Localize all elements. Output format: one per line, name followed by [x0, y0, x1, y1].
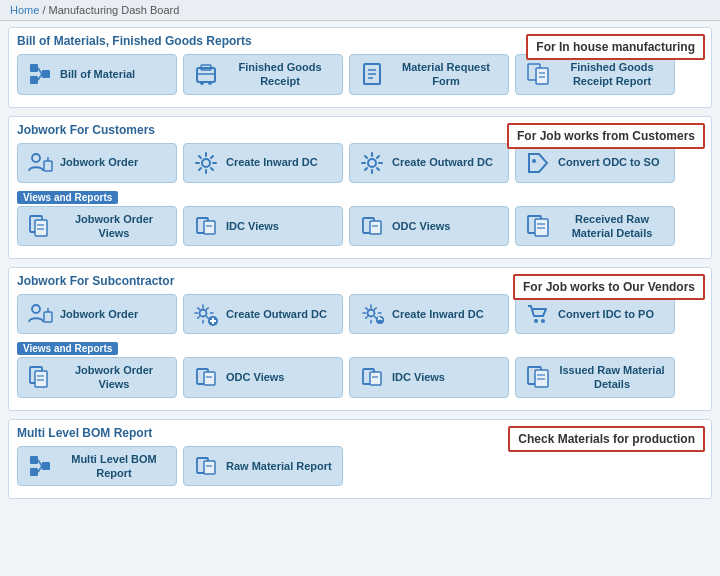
sub-label-jobwork-customer: Views and Reports — [17, 191, 118, 204]
svg-rect-65 — [30, 468, 38, 476]
bom-icon — [26, 60, 54, 88]
sub-btn-jobwork-subcontractor-0[interactable]: Jobwork Order Views — [17, 357, 177, 398]
svg-point-18 — [32, 154, 40, 162]
svg-line-4 — [38, 74, 42, 80]
callout-jobwork-subcontractor: For Job works to Our Vendors — [513, 274, 705, 300]
people-icon — [26, 300, 54, 328]
svg-line-68 — [38, 466, 42, 472]
btn-label-bom-0: Bill of Material — [60, 67, 135, 81]
gear-plus2-icon — [358, 300, 386, 328]
button-row-jobwork-customer: Jobwork OrderCreate Inward DCCreate Outw… — [17, 143, 703, 183]
btn-label-jobwork-subcontractor-3: Convert IDC to PO — [558, 307, 654, 321]
sub-btn-jobwork-subcontractor-2[interactable]: IDC Views — [349, 357, 509, 398]
svg-rect-58 — [370, 372, 381, 385]
button-row-multilevel: Multi Level BOM ReportRaw Material Repor… — [17, 446, 703, 487]
section-jobwork-customer: Jobwork For CustomersFor Job works from … — [8, 116, 712, 260]
btn-label-jobwork-subcontractor-0: Jobwork Order — [60, 307, 138, 321]
sub-btn-label-jobwork-customer-0: Jobwork Order Views — [60, 212, 168, 241]
btn-multilevel-1[interactable]: Raw Material Report — [183, 446, 343, 487]
svg-point-47 — [378, 317, 380, 319]
btn-label-jobwork-customer-3: Convert ODC to SO — [558, 155, 659, 169]
btn-jobwork-subcontractor-2[interactable]: Create Inward DC — [349, 294, 509, 334]
svg-rect-25 — [35, 220, 47, 236]
svg-rect-66 — [42, 462, 50, 470]
bom-icon — [26, 452, 54, 480]
svg-rect-64 — [30, 456, 38, 464]
docs2-icon-sub — [358, 212, 386, 240]
svg-point-9 — [208, 81, 212, 85]
btn-jobwork-subcontractor-0[interactable]: Jobwork Order — [17, 294, 177, 334]
svg-rect-2 — [42, 70, 50, 78]
svg-line-67 — [38, 460, 42, 466]
sub-btn-label-jobwork-customer-3: Received Raw Material Details — [558, 212, 666, 241]
btn-jobwork-customer-3[interactable]: Convert ODC to SO — [515, 143, 675, 183]
svg-point-8 — [200, 81, 204, 85]
goods-icon — [192, 60, 220, 88]
button-row-jobwork-subcontractor: Jobwork OrderCreate Outward DCCreate Inw… — [17, 294, 703, 334]
btn-label-jobwork-subcontractor-1: Create Outward DC — [226, 307, 327, 321]
svg-point-45 — [368, 310, 375, 317]
svg-point-49 — [541, 319, 545, 323]
btn-label-jobwork-subcontractor-2: Create Inward DC — [392, 307, 484, 321]
btn-label-multilevel-1: Raw Material Report — [226, 459, 332, 473]
btn-bom-3[interactable]: Finished Goods Receipt Report — [515, 54, 675, 95]
btn-bom-0[interactable]: Bill of Material — [17, 54, 177, 95]
sub-btn-label-jobwork-subcontractor-3: Issued Raw Material Details — [558, 363, 666, 392]
btn-multilevel-0[interactable]: Multi Level BOM Report — [17, 446, 177, 487]
btn-jobwork-subcontractor-1[interactable]: Create Outward DC — [183, 294, 343, 334]
svg-point-38 — [32, 305, 40, 313]
section-jobwork-subcontractor: Jobwork For SubcontractorFor Job works t… — [8, 267, 712, 411]
form-icon — [358, 60, 386, 88]
report-icon — [524, 60, 552, 88]
docs3-icon-sub — [524, 363, 552, 391]
svg-point-23 — [532, 159, 536, 163]
btn-bom-2[interactable]: Material Request Form — [349, 54, 509, 95]
svg-point-21 — [202, 159, 210, 167]
tag-icon — [524, 149, 552, 177]
svg-rect-1 — [30, 76, 38, 84]
btn-label-bom-3: Finished Goods Receipt Report — [558, 60, 666, 89]
docs3-icon-sub — [524, 212, 552, 240]
breadcrumb: Home / Manufacturing Dash Board — [0, 0, 720, 21]
breadcrumb-current: Manufacturing Dash Board — [49, 4, 180, 16]
breadcrumb-home[interactable]: Home — [10, 4, 39, 16]
sub-btn-label-jobwork-customer-1: IDC Views — [226, 219, 279, 233]
sub-btn-jobwork-customer-1[interactable]: IDC Views — [183, 206, 343, 247]
docs-icon-sub — [26, 212, 54, 240]
gear-plus-icon — [192, 300, 220, 328]
svg-rect-15 — [536, 68, 548, 84]
svg-rect-39 — [44, 312, 52, 322]
btn-jobwork-customer-0[interactable]: Jobwork Order — [17, 143, 177, 183]
btn-label-bom-1: Finished Goods Receipt — [226, 60, 334, 89]
btn-jobwork-customer-1[interactable]: Create Inward DC — [183, 143, 343, 183]
docs-icon-sub — [26, 363, 54, 391]
svg-point-48 — [534, 319, 538, 323]
svg-rect-19 — [44, 161, 52, 171]
docs2-icon-sub — [192, 212, 220, 240]
btn-label-bom-2: Material Request Form — [392, 60, 500, 89]
sub-btn-label-jobwork-customer-2: ODC Views — [392, 219, 451, 233]
sub-btn-jobwork-subcontractor-3[interactable]: Issued Raw Material Details — [515, 357, 675, 398]
btn-bom-1[interactable]: Finished Goods Receipt — [183, 54, 343, 95]
sub-btn-jobwork-customer-3[interactable]: Received Raw Material Details — [515, 206, 675, 247]
sub-row-jobwork-customer: Jobwork Order ViewsIDC ViewsODC ViewsRec… — [17, 206, 703, 247]
sub-btn-label-jobwork-subcontractor-1: ODC Views — [226, 370, 285, 384]
gear-icon — [358, 149, 386, 177]
sub-btn-jobwork-customer-2[interactable]: ODC Views — [349, 206, 509, 247]
callout-multilevel: Check Materials for production — [508, 426, 705, 452]
btn-jobwork-customer-2[interactable]: Create Outward DC — [349, 143, 509, 183]
sub-btn-jobwork-customer-0[interactable]: Jobwork Order Views — [17, 206, 177, 247]
svg-rect-0 — [30, 64, 38, 72]
btn-jobwork-subcontractor-3[interactable]: Convert IDC to PO — [515, 294, 675, 334]
svg-point-46 — [376, 316, 384, 324]
gear-icon — [192, 149, 220, 177]
docs2-icon — [192, 452, 220, 480]
callout-jobwork-customer: For Job works from Customers — [507, 123, 705, 149]
button-row-bom: Bill of MaterialFinished Goods ReceiptMa… — [17, 54, 703, 95]
docs2-icon-sub — [358, 363, 386, 391]
svg-line-3 — [38, 68, 42, 74]
sub-btn-label-jobwork-subcontractor-0: Jobwork Order Views — [60, 363, 168, 392]
people-icon — [26, 149, 54, 177]
sub-btn-label-jobwork-subcontractor-2: IDC Views — [392, 370, 445, 384]
sub-btn-jobwork-subcontractor-1[interactable]: ODC Views — [183, 357, 343, 398]
